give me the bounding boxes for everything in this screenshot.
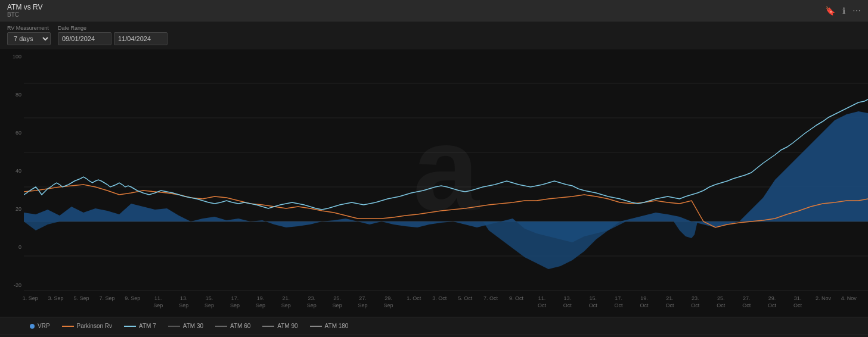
legend-atm90: ATM 90 (262, 323, 297, 329)
footer: 📷 Amberdata, (amberdata.io) ⬇ (0, 335, 868, 337)
y-label-80: 80 (2, 92, 21, 98)
x-axis-label: 29. Sep (383, 295, 393, 309)
y-axis: 100 80 60 40 20 0 -20 (0, 49, 24, 293)
x-axis-label: 25. Sep (333, 295, 342, 309)
chart-svg-container: a (24, 49, 868, 293)
x-axis-label: 17. Oct (615, 295, 623, 309)
date-start-input[interactable] (58, 32, 111, 45)
x-axis-label: 23. Oct (691, 295, 699, 309)
x-axis-label: 3. Sep (48, 295, 64, 302)
controls-bar: RV Measurement 7 days 14 days 30 days Da… (0, 21, 868, 49)
parkinson-line-icon (62, 326, 74, 327)
x-axis-label: 5. Oct (458, 295, 472, 302)
x-axis-label: 1. Oct (407, 295, 421, 302)
vrp-area-neg3 (674, 221, 698, 238)
x-axis-label: 11. Oct (538, 295, 546, 309)
vrp-dot (30, 324, 35, 329)
date-range-label: Date Range (58, 25, 168, 31)
atm60-label: ATM 60 (230, 323, 250, 329)
main-chart-svg: a (24, 49, 868, 293)
legend-atm60: ATM 60 (215, 323, 250, 329)
x-axis-label: 29. Oct (768, 295, 776, 309)
app-subtitle: BTC (7, 11, 43, 18)
atm90-label: ATM 90 (277, 323, 297, 329)
x-axis-label: 2. Nov (816, 295, 831, 302)
x-axis-label: 7. Sep (99, 295, 114, 302)
header-actions: 🔖 ℹ ⋯ (825, 6, 861, 15)
x-axis-label: 7. Oct (483, 295, 498, 302)
rv-measurement-group: RV Measurement 7 days 14 days 30 days (7, 25, 51, 45)
x-axis: 1. Sep3. Sep5. Sep7. Sep9. Sep11. Sep13.… (0, 293, 868, 317)
atm7-line-icon (124, 326, 136, 327)
x-axis-label: 15. Oct (589, 295, 597, 309)
app-title: ATM vs RV (7, 3, 43, 11)
app-header: ATM vs RV BTC 🔖 ℹ ⋯ (0, 0, 868, 21)
x-axis-label: 27. Sep (358, 295, 368, 309)
atm7-label: ATM 7 (139, 323, 156, 329)
atm180-label: ATM 180 (325, 323, 349, 329)
x-axis-label: 13. Sep (179, 295, 188, 309)
legend-atm180: ATM 180 (310, 323, 349, 329)
vrp-area-neg1 (24, 221, 60, 230)
atm30-label: ATM 30 (183, 323, 203, 329)
x-axis-label: 23. Sep (307, 295, 317, 309)
x-axis-label: 11. Sep (153, 295, 163, 309)
bookmark-icon[interactable]: 🔖 (825, 6, 835, 15)
date-range-group: Date Range (58, 25, 168, 45)
x-axis-label: 19. Oct (640, 295, 649, 309)
y-label-neg20: -20 (2, 282, 21, 288)
x-axis-label: 9. Oct (509, 295, 523, 302)
legend-parkinson: Parkinson Rv (62, 323, 112, 329)
atm30-line-icon (168, 326, 180, 327)
x-axis-label: 21. Oct (665, 295, 674, 309)
x-axis-label: 13. Oct (563, 295, 572, 309)
x-axis-label: 5. Sep (74, 295, 89, 302)
legend-atm30: ATM 30 (168, 323, 203, 329)
x-axis-label: 4. Nov (841, 295, 857, 302)
x-axis-label: 9. Sep (125, 295, 140, 302)
y-label-60: 60 (2, 130, 21, 136)
x-axis-label: 27. Oct (742, 295, 751, 309)
rv-measurement-select[interactable]: 7 days 14 days 30 days (7, 32, 51, 45)
chart-area: 100 80 60 40 20 0 -20 (0, 49, 868, 293)
x-axis-label: 15. Sep (204, 295, 214, 309)
atm180-line-icon (310, 326, 322, 327)
atm60-line-icon (215, 326, 227, 327)
date-range-inputs (58, 32, 168, 45)
y-label-40: 40 (2, 168, 21, 174)
x-axis-label: 31. Oct (793, 295, 802, 309)
atm90-line-icon (262, 326, 274, 327)
x-axis-label: 25. Oct (717, 295, 725, 309)
header-title-group: ATM vs RV BTC (7, 3, 43, 18)
legend: VRP Parkinson Rv ATM 7 ATM 30 ATM 60 ATM… (0, 317, 868, 335)
x-axis-label: 1. Sep (23, 295, 38, 302)
vrp-label: VRP (38, 323, 50, 329)
x-axis-label: 17. Sep (230, 295, 240, 309)
y-label-100: 100 (2, 54, 21, 60)
x-axis-label: 21. Sep (281, 295, 291, 309)
legend-vrp: VRP (30, 323, 50, 329)
y-label-0: 0 (2, 244, 21, 250)
rv-measurement-label: RV Measurement (7, 25, 51, 31)
x-axis-labels: 1. Sep3. Sep5. Sep7. Sep9. Sep11. Sep13.… (24, 293, 868, 317)
watermark-text: a (413, 102, 480, 235)
x-axis-label: 3. Oct (432, 295, 447, 302)
vrp-area-neg2 (483, 221, 626, 269)
info-icon[interactable]: ℹ (842, 6, 845, 15)
parkinson-label: Parkinson Rv (77, 323, 112, 329)
x-axis-label: 19. Sep (256, 295, 265, 309)
more-icon[interactable]: ⋯ (852, 6, 861, 15)
y-label-20: 20 (2, 206, 21, 212)
legend-atm7: ATM 7 (124, 323, 156, 329)
date-end-input[interactable] (114, 32, 168, 45)
